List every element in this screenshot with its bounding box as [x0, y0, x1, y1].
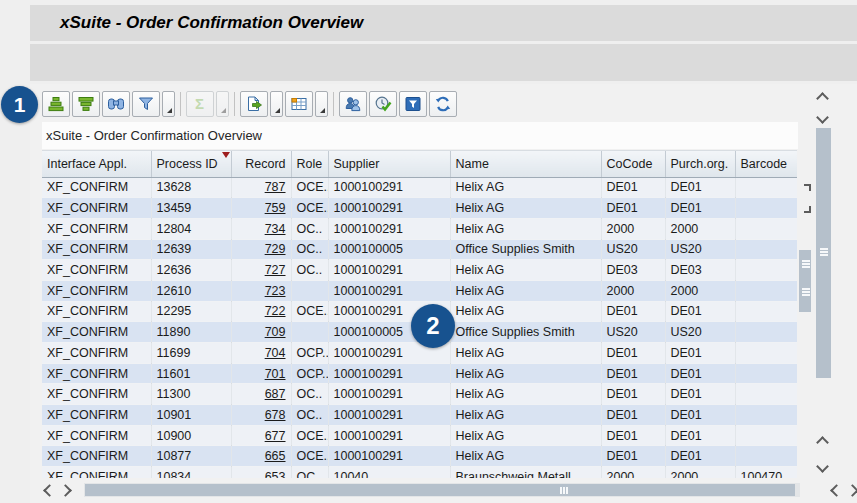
- cell-record[interactable]: 709: [231, 322, 291, 343]
- cell-record[interactable]: 722: [231, 301, 291, 322]
- cell-record[interactable]: 687: [231, 384, 291, 405]
- cell-record[interactable]: 723: [231, 280, 291, 301]
- report-subtitle: xSuite - Order Confirmation Overview: [46, 128, 262, 143]
- table-row[interactable]: XF_CONFIRM10834653OC..10040Braunschweig …: [42, 467, 797, 478]
- users-button[interactable]: [339, 91, 367, 117]
- table-row[interactable]: XF_CONFIRM10900677OCE..1000100291Helix A…: [42, 425, 797, 446]
- record-link[interactable]: 734: [265, 222, 286, 236]
- table-row[interactable]: XF_CONFIRM126107231000100291Helix AG2000…: [42, 280, 797, 301]
- column-header-role[interactable]: Role: [291, 151, 328, 177]
- cell-role: OCP..: [291, 363, 328, 384]
- horizontal-scrollbar-thumb[interactable]: [85, 484, 795, 496]
- vertical-scroll-up-arrow[interactable]: [816, 92, 829, 105]
- sort-descending-button[interactable]: [72, 91, 100, 117]
- cell-record[interactable]: 677: [231, 425, 291, 446]
- sum-button[interactable]: Σ: [186, 91, 214, 117]
- scroll-jump-bottom-icon[interactable]: [804, 206, 811, 213]
- table-vertical-scrollbar-thumb[interactable]: [799, 250, 811, 312]
- cell-record[interactable]: 701: [231, 363, 291, 384]
- record-link[interactable]: 701: [265, 367, 286, 381]
- table-header-row: Interface Appl.Process IDRecordRoleSuppl…: [42, 151, 797, 177]
- horizontal-scroll-right-arrow-right[interactable]: [846, 484, 857, 497]
- horizontal-scroll-right-arrow[interactable]: [59, 484, 72, 497]
- vertical-scroll-down-arrow-bottom[interactable]: [816, 460, 829, 473]
- record-link[interactable]: 723: [265, 284, 286, 298]
- archive-button[interactable]: [399, 91, 427, 117]
- export-button[interactable]: [240, 91, 268, 117]
- layout-button[interactable]: [285, 91, 313, 117]
- cell-purch-org: 2000: [665, 467, 735, 478]
- cell-record[interactable]: 653: [231, 467, 291, 478]
- horizontal-scroll-left-arrow-right[interactable]: [830, 484, 843, 497]
- cell-record[interactable]: 787: [231, 177, 291, 198]
- sort-ascending-button[interactable]: [42, 91, 70, 117]
- cell-supplier: 1000100005: [328, 239, 450, 260]
- window-vertical-scrollbar-thumb[interactable]: [816, 128, 831, 378]
- cell-purch-org: DE01: [665, 177, 735, 198]
- table-row[interactable]: XF_CONFIRM11699704OCP..1000100291Helix A…: [42, 343, 797, 364]
- table-row[interactable]: XF_CONFIRM12636727OC..1000100291Helix AG…: [42, 260, 797, 281]
- cell-name: Helix AG: [450, 343, 601, 364]
- cell-interface-appl: XF_CONFIRM: [42, 280, 151, 301]
- refresh-button[interactable]: [429, 91, 457, 117]
- cell-barcode: [735, 446, 797, 467]
- sum-dropdown-button[interactable]: [216, 91, 229, 117]
- cell-supplier: 1000100291: [328, 446, 450, 467]
- cell-record[interactable]: 704: [231, 343, 291, 364]
- record-link[interactable]: 759: [265, 201, 286, 215]
- record-link[interactable]: 729: [265, 242, 286, 256]
- vertical-scroll-up-arrow-bottom[interactable]: [816, 436, 829, 449]
- record-link[interactable]: 687: [265, 387, 286, 401]
- table-row[interactable]: XF_CONFIRM13459759OCE..1000100291Helix A…: [42, 198, 797, 219]
- layout-dropdown-button[interactable]: [315, 91, 328, 117]
- column-header-record[interactable]: Record: [231, 151, 291, 177]
- column-header-barcode[interactable]: Barcode: [735, 151, 797, 177]
- table-row[interactable]: XF_CONFIRM12804734OC..1000100291Helix AG…: [42, 218, 797, 239]
- table-row[interactable]: XF_CONFIRM11300687OC..1000100291Helix AG…: [42, 384, 797, 405]
- filter-button[interactable]: [132, 91, 160, 117]
- page-title: xSuite - Order Confirmation Overview: [60, 13, 363, 33]
- record-link[interactable]: 665: [265, 449, 286, 463]
- table-row[interactable]: XF_CONFIRM12639729OC..1000100005Office S…: [42, 239, 797, 260]
- cell-barcode: [735, 301, 797, 322]
- cell-record[interactable]: 678: [231, 405, 291, 426]
- column-header-cocode[interactable]: CoCode: [601, 151, 665, 177]
- column-header-label: Record: [245, 157, 285, 171]
- table-row[interactable]: XF_CONFIRM13628787OCE..1000100291Helix A…: [42, 177, 797, 198]
- export-dropdown-button[interactable]: [270, 91, 283, 117]
- cell-record[interactable]: 759: [231, 198, 291, 219]
- cell-record[interactable]: 665: [231, 446, 291, 467]
- cell-name: Helix AG: [450, 218, 601, 239]
- cell-barcode: [735, 322, 797, 343]
- filter-dropdown-button[interactable]: [162, 91, 175, 117]
- record-link[interactable]: 727: [265, 263, 286, 277]
- cell-process-id: 12636: [151, 260, 231, 281]
- cell-process-id: 13628: [151, 177, 231, 198]
- cell-purch-org: 2000: [665, 218, 735, 239]
- cell-record[interactable]: 727: [231, 260, 291, 281]
- table-row[interactable]: XF_CONFIRM11601701OCP..1000100291Helix A…: [42, 363, 797, 384]
- column-header-supplier[interactable]: Supplier: [328, 151, 450, 177]
- record-link[interactable]: 722: [265, 304, 286, 318]
- cell-record[interactable]: 729: [231, 239, 291, 260]
- record-link[interactable]: 704: [265, 346, 286, 360]
- horizontal-scroll-left-arrow[interactable]: [43, 484, 56, 497]
- record-link[interactable]: 709: [265, 325, 286, 339]
- cell-record[interactable]: 734: [231, 218, 291, 239]
- record-link[interactable]: 677: [265, 429, 286, 443]
- record-link[interactable]: 678: [265, 408, 286, 422]
- find-button[interactable]: [102, 91, 130, 117]
- column-header-process-id[interactable]: Process ID: [151, 151, 231, 177]
- record-link[interactable]: 653: [265, 470, 286, 478]
- column-header-label: Interface Appl.: [47, 157, 127, 171]
- table-row[interactable]: XF_CONFIRM10877665OCE..1000100291Helix A…: [42, 446, 797, 467]
- deadline-monitor-button[interactable]: [369, 91, 397, 117]
- horizontal-scrollbar-track[interactable]: [84, 483, 800, 497]
- column-header-purch-org[interactable]: Purch.org.: [665, 151, 735, 177]
- vertical-scroll-down-arrow[interactable]: [816, 111, 829, 124]
- column-header-name[interactable]: Name: [450, 151, 601, 177]
- scroll-jump-top-icon[interactable]: [804, 184, 811, 191]
- record-link[interactable]: 787: [265, 180, 286, 194]
- column-header-interface-appl[interactable]: Interface Appl.: [42, 151, 151, 177]
- table-row[interactable]: XF_CONFIRM10901678OC..1000100291Helix AG…: [42, 405, 797, 426]
